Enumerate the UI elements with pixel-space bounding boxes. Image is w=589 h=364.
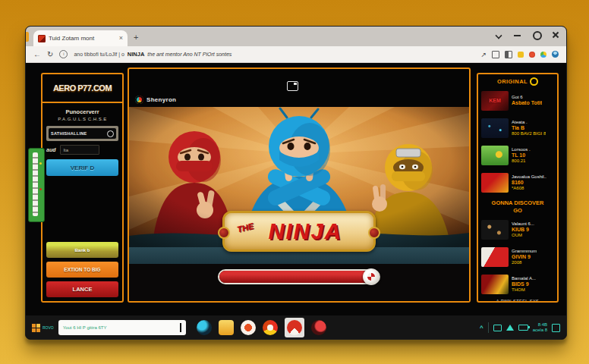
tray-time: 8:4B <box>533 322 547 328</box>
provider-logo-icon <box>135 96 143 104</box>
game-topbar: Shenyron <box>129 69 469 107</box>
game-thumbnail <box>481 247 509 267</box>
game-line3: 800 BAV2 BIGI 8 <box>512 131 546 136</box>
wifi-icon[interactable] <box>506 325 514 331</box>
tray-date: acela 8 <box>533 328 547 333</box>
extension-red-icon[interactable] <box>529 52 535 58</box>
sidebar-spacer <box>46 176 118 242</box>
feedback-edge-tab[interactable] <box>28 148 45 222</box>
taskbar-app-opera-icon[interactable] <box>311 320 326 335</box>
game-title: Grammmum <box>512 249 537 253</box>
game-title: Got 6 <box>512 95 542 99</box>
toolbar-actions: ↗ <box>480 51 559 58</box>
game-line2: 8160 <box>512 180 546 185</box>
game-line2: Tia B <box>512 125 546 130</box>
address-bar[interactable]: ano tibbofi tu/LoJlf | o NINJA the ant m… <box>74 51 474 58</box>
currency-row: aud <box>46 145 118 155</box>
game-list-item[interactable]: KEM Got 6 Asbato Totit <box>481 88 554 113</box>
taskbar-app-active[interactable] <box>285 318 304 337</box>
site-info-icon[interactable]: i <box>59 50 68 58</box>
game-list-item[interactable]: Valaunt 6... KIUB 9 OUM <box>481 217 554 242</box>
minimize-button[interactable] <box>514 31 521 38</box>
keyboard-icon[interactable] <box>493 325 502 331</box>
game-thumbnail <box>481 146 509 165</box>
taskbar-app-files-icon[interactable] <box>219 320 234 335</box>
battery-icon[interactable] <box>518 325 528 331</box>
taskbar-app-active-icon <box>287 320 302 335</box>
site-logo[interactable]: AERO P77.COM <box>43 74 122 103</box>
game-panel: Shenyron <box>128 67 471 303</box>
loading-shuriken-icon <box>363 268 380 285</box>
amount-field[interactable] <box>60 145 99 155</box>
tab-title: Tuid Zotam mont <box>49 35 116 42</box>
taskbar-app-chrome-icon[interactable] <box>263 320 278 335</box>
new-tab-button[interactable]: + <box>134 28 138 46</box>
notification-icon[interactable] <box>552 324 560 332</box>
game-thumbnail <box>481 220 509 240</box>
system-tray: ^ 8:4B acela 8 <box>480 322 560 333</box>
screenshot-icon[interactable] <box>492 51 499 58</box>
game-line3: THOM <box>512 287 536 292</box>
extension-multicolor-icon[interactable] <box>540 52 546 58</box>
refresh-icon[interactable]: ↻ <box>47 47 53 62</box>
game-list-item[interactable]: Lorsoos . TL 10 800.21 <box>481 143 554 168</box>
game-title: Ateata . <box>512 120 546 124</box>
tab-close-icon[interactable]: × <box>119 35 123 42</box>
back-icon[interactable]: ← <box>33 47 41 62</box>
tabstrip-accent <box>26 32 29 42</box>
start-button[interactable]: ROVO <box>32 324 54 332</box>
start-label: ROVO <box>43 325 54 330</box>
feedback-tab-label <box>33 152 38 216</box>
tray-clock[interactable]: 8:4B acela 8 <box>533 322 547 333</box>
tray-expand-icon[interactable]: ^ <box>480 325 483 331</box>
game-title: Lorsoos . <box>512 147 531 152</box>
bid-button[interactable]: EXTION TO BIG <box>46 262 118 278</box>
close-button[interactable] <box>552 31 559 38</box>
game-line2: TL 10 <box>512 152 531 158</box>
game-list-item[interactable]: Ateata . Tia B 800 BAV2 BIGI 8 <box>481 115 554 140</box>
tab-strip: Tuid Zotam mont × + <box>26 27 566 46</box>
game-line3: OUM <box>512 233 534 237</box>
profile-avatar[interactable] <box>552 51 559 58</box>
game-line3: *A608 <box>512 186 546 190</box>
feedback-dot-yellow <box>39 162 42 165</box>
game-logo-banner: THE NINJA <box>222 211 376 252</box>
banner-title-text: NINJA <box>225 213 373 249</box>
game-thumbnail <box>481 275 509 294</box>
taskbar-app-media-icon[interactable] <box>241 320 256 335</box>
game-line3: 800.21 <box>512 158 531 163</box>
fullscreen-icon[interactable] <box>287 81 298 91</box>
mode-select-wrap: SATHISHALLINE <box>46 126 118 141</box>
feedback-dot-red <box>39 188 42 190</box>
taskbar-search[interactable]: Yout 6 HI P gittra 6TY <box>58 320 186 335</box>
mode-select[interactable]: SATHISHALLINE <box>49 128 116 139</box>
verify-button[interactable]: VERIF D <box>46 159 118 176</box>
lance-button[interactable]: LANCE <box>46 281 118 297</box>
game-provider: Shenyron <box>135 96 176 104</box>
game-title: Valaunt 6... <box>512 221 534 226</box>
game-title: Bamalal A... <box>512 276 536 281</box>
side-panel-icon[interactable] <box>505 51 512 58</box>
right-sidebar: ORIGINAL KEM Got 6 Asbato Totit <box>477 73 559 303</box>
game-list-item[interactable]: Javoalua Goshil.. 8160 *A608 <box>481 170 554 195</box>
sidebar-subtitle-2: P.A.G.U.L.S C.H.S.E <box>46 117 118 121</box>
game-line2: GIVIN 9 <box>512 254 537 259</box>
bank-button[interactable]: Bank b <box>46 242 118 258</box>
sidebar-subtitle: Punocerverr <box>46 108 118 115</box>
page-content: AERO P77.COM Punocerverr P.A.G.U.L.S C.H… <box>26 63 566 315</box>
tab-search-icon[interactable] <box>495 31 502 38</box>
game-canvas[interactable]: THE NINJA <box>129 107 469 247</box>
maximize-button[interactable] <box>533 31 540 38</box>
sidebar-footer-link[interactable]: A PWN STEEL SYS <box>481 299 554 303</box>
provider-name: Shenyron <box>146 96 176 103</box>
game-list-item[interactable]: Bamalal A... BIDS 9 THOM <box>481 271 554 297</box>
mode-select-value: SATHISHALLINE <box>51 131 87 136</box>
taskbar-app-browser-icon[interactable] <box>197 320 212 335</box>
game-loading-area <box>129 264 469 301</box>
game-list-item[interactable]: Grammmum GIVIN 9 2008 <box>481 244 554 269</box>
share-icon[interactable]: ↗ <box>480 51 487 58</box>
game-line2: BIDS 9 <box>512 281 536 287</box>
browser-tab[interactable]: Tuid Zotam mont × <box>33 30 128 46</box>
gear-icon <box>530 77 538 86</box>
extension-yellow-icon[interactable] <box>518 52 524 58</box>
